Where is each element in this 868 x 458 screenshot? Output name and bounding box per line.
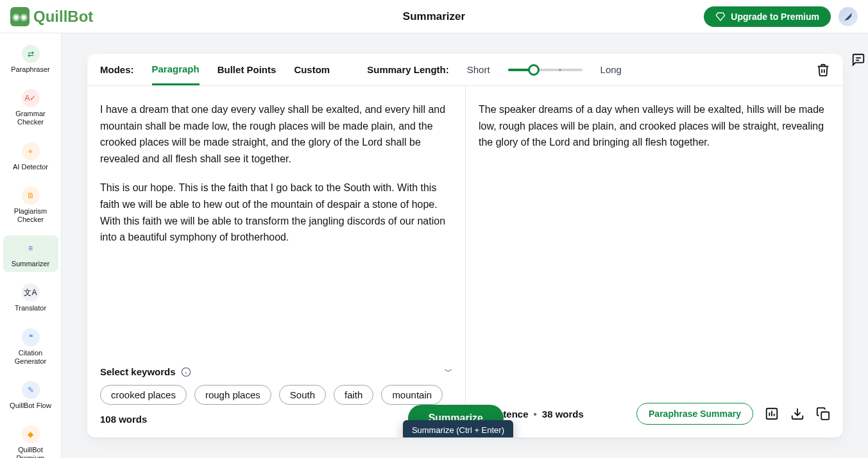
keyword-chip[interactable]: mountain — [381, 385, 443, 405]
paraphrase-summary-button[interactable]: Paraphrase Summary — [636, 403, 753, 425]
keyword-chips: crooked placesrough placesSouthfaithmoun… — [100, 385, 452, 405]
main-area: Modes: Paragraph Bullet Points Custom Su… — [62, 33, 868, 458]
statistics-icon[interactable] — [765, 407, 779, 421]
brand-text: QuillBot — [33, 8, 93, 26]
sidebar-item-label: AI Detector — [12, 163, 49, 171]
mode-toolbar: Modes: Paragraph Bullet Points Custom Su… — [87, 54, 843, 86]
flow-icon: ✎ — [22, 381, 40, 399]
input-text-area[interactable]: I have a dream that one day every valley… — [87, 86, 465, 362]
translator-icon: 文A — [22, 284, 40, 301]
diamond-icon — [715, 12, 726, 22]
export-icon[interactable] — [790, 407, 804, 421]
feedback-icon[interactable] — [851, 53, 865, 67]
output-footer: 1 sentence • 38 words Paraphrase Summary — [466, 386, 843, 437]
tab-custom[interactable]: Custom — [294, 64, 330, 84]
keyword-chip[interactable]: crooked places — [100, 385, 187, 405]
avatar[interactable] — [838, 7, 858, 26]
paraphraser-icon: ⇄ — [22, 45, 40, 63]
keywords-label: Select keywords — [100, 366, 176, 377]
keywords-toggle[interactable]: Select keywords ﹀ — [100, 366, 452, 377]
info-icon — [181, 367, 191, 377]
sidebar-item-grammar-checker[interactable]: A✓Grammar Checker — [3, 85, 58, 130]
sidebar-item-label: Grammar Checker — [3, 110, 58, 126]
upgrade-premium-label: Upgrade to Premium — [731, 12, 819, 22]
copy-icon[interactable] — [816, 407, 830, 421]
page-title: Summarizer — [403, 10, 465, 23]
sidebar-item-translator[interactable]: 文ATranslator — [3, 280, 58, 316]
output-text: The speaker dreams of a day when valleys… — [479, 101, 826, 151]
keywords-section: Select keywords ﹀ crooked placesrough pl… — [87, 362, 465, 405]
plagiarism-icon: 🗎 — [22, 187, 40, 205]
sidebar-item-label: QuillBot Flow — [8, 402, 53, 410]
citation-icon: ❝ — [22, 328, 40, 346]
chevron-down-icon: ﹀ — [445, 366, 452, 377]
keyword-chip[interactable]: faith — [334, 385, 373, 405]
sidebar-item-plagiarism-checker[interactable]: 🗎Plagiarism Checker — [3, 183, 58, 228]
upgrade-premium-button[interactable]: Upgrade to Premium — [704, 6, 831, 27]
sidebar-item-label: Citation Generator — [3, 349, 58, 366]
summarizer-icon: ≡ — [22, 239, 40, 257]
summary-length-min: Short — [467, 64, 490, 75]
keyword-chip[interactable]: South — [279, 385, 326, 405]
top-header: ◉◉ QuillBot Summarizer Upgrade to Premiu… — [0, 0, 868, 33]
sidebar-item-label: Summarizer — [10, 260, 51, 268]
input-paragraph: I have a dream that one day every valley… — [100, 101, 448, 167]
output-word-count: 38 words — [542, 409, 584, 420]
sidebar-item-quillbot-premium[interactable]: ◆QuillBot Premium — [3, 421, 58, 458]
clear-button[interactable] — [816, 63, 830, 77]
input-paragraph: This is our hope. This is the faith that… — [100, 180, 448, 245]
sidebar-item-quillbot-flow[interactable]: ✎QuillBot Flow — [3, 377, 58, 414]
summary-length-slider[interactable] — [508, 69, 583, 71]
sidebar-item-label: Plagiarism Checker — [3, 207, 58, 224]
tool-sidebar: ⇄ParaphraserA✓Grammar Checker⌖AI Detecto… — [0, 33, 62, 458]
grammar-icon: A✓ — [22, 89, 40, 107]
sidebar-item-label: QuillBot Premium — [3, 446, 58, 458]
modes-label: Modes: — [100, 64, 134, 75]
svg-rect-10 — [821, 412, 829, 420]
input-footer: 108 words Summarize Summarize (Ctrl + En… — [87, 405, 465, 437]
robot-icon: ◉◉ — [10, 7, 30, 26]
summarizer-card: Modes: Paragraph Bullet Points Custom Su… — [87, 54, 843, 437]
sidebar-item-label: Translator — [13, 304, 47, 312]
tab-bullet-points[interactable]: Bullet Points — [217, 64, 277, 84]
brand-logo[interactable]: ◉◉ QuillBot — [10, 7, 93, 26]
sidebar-item-citation-generator[interactable]: ❝Citation Generator — [3, 325, 58, 369]
sidebar-item-ai-detector[interactable]: ⌖AI Detector — [3, 139, 58, 175]
tab-paragraph[interactable]: Paragraph — [152, 64, 200, 85]
input-word-count: 108 words — [100, 414, 147, 425]
output-text-area[interactable]: The speaker dreams of a day when valleys… — [466, 86, 843, 386]
output-pane: The speaker dreams of a day when valleys… — [466, 86, 843, 437]
ai-detector-icon: ⌖ — [22, 142, 40, 160]
keyword-chip[interactable]: rough places — [194, 385, 271, 405]
sidebar-item-label: Paraphraser — [10, 65, 51, 74]
summarize-button[interactable]: Summarize — [408, 405, 504, 432]
summary-length-max: Long — [600, 64, 622, 75]
premium-icon: ◆ — [22, 425, 40, 443]
sidebar-item-summarizer[interactable]: ≡Summarizer — [3, 235, 58, 272]
sidebar-item-paraphraser[interactable]: ⇄Paraphraser — [3, 41, 58, 78]
summary-length-label: Summary Length: — [367, 64, 449, 75]
input-pane: I have a dream that one day every valley… — [87, 86, 466, 437]
